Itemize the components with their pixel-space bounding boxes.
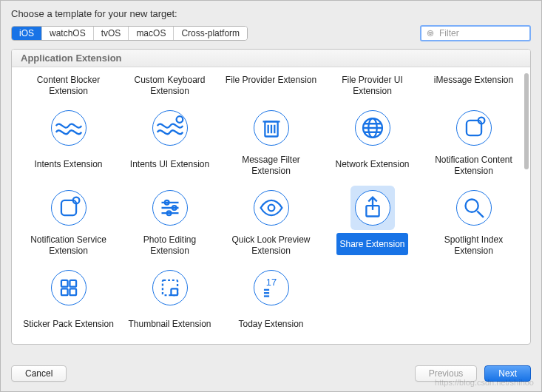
template-custom-keyboard-extension[interactable]: Custom Keyboard Extension [119, 72, 220, 100]
template-icon-wrap [47, 106, 91, 150]
template-icon-wrap [249, 186, 294, 230]
template-grid: Content Blocker ExtensionCustom Keyboard… [12, 67, 530, 344]
template-message-filter-extension[interactable]: Message Filter Extension [220, 104, 322, 180]
template-quick-look-preview-extension[interactable]: Quick Look Preview Extension [220, 184, 322, 260]
svg-rect-30 [61, 280, 67, 287]
trash-icon [254, 110, 289, 146]
svg-rect-34 [162, 280, 177, 295]
template-label: Network Extension [332, 153, 412, 175]
template-share-extension[interactable]: Share Extension [322, 184, 423, 260]
scrollbar-thumb[interactable] [524, 73, 529, 169]
template-label: Content Blocker Extension [19, 73, 118, 98]
filter-placeholder: Filter [439, 28, 459, 38]
platform-tab-ios[interactable]: iOS [12, 27, 42, 40]
template-intents-ui-extension[interactable]: Intents UI Extension [119, 104, 220, 180]
platform-tab-watchos[interactable]: watchOS [42, 27, 94, 40]
platform-tab-crossplatform[interactable]: Cross-platform [174, 27, 247, 40]
svg-rect-33 [70, 288, 76, 295]
template-file-provider-ui-extension[interactable]: File Provider UI Extension [322, 72, 423, 100]
template-label: Today Extension [235, 313, 306, 335]
template-icon-wrap: 17 [249, 266, 294, 310]
template-photo-editing-extension[interactable]: Photo Editing Extension [119, 184, 220, 260]
template-label: Message Filter Extension [222, 153, 320, 178]
template-label: Notification Content Extension [424, 153, 523, 178]
calendar17-icon: 17 [254, 270, 289, 305]
template-intents-extension[interactable]: Intents Extension [18, 104, 119, 180]
svg-rect-31 [70, 280, 76, 287]
svg-line-29 [477, 211, 484, 217]
template-icon-wrap [47, 266, 91, 310]
previous-button: Previous [415, 365, 478, 382]
waves-icon [51, 110, 87, 146]
template-icon-wrap [452, 186, 496, 230]
template-file-provider-extension[interactable]: File Provider Extension [220, 72, 322, 100]
filter-icon [426, 29, 435, 38]
template-sticker-pack-extension[interactable]: Sticker Pack Extension [18, 264, 119, 337]
template-notification-service-extension[interactable]: Notification Service Extension [18, 184, 119, 260]
template-label: Thumbnail Extension [125, 313, 214, 335]
template-imessage-extension[interactable]: iMessage Extension [423, 72, 524, 100]
waves-badge-icon [152, 110, 188, 146]
template-label: iMessage Extension [431, 73, 516, 87]
template-label: Sticker Pack Extension [20, 313, 117, 335]
svg-text:17: 17 [265, 277, 276, 288]
template-label: Spotlight Index Extension [424, 233, 523, 258]
template-chooser-sheet: Choose a template for your new target: i… [0, 0, 542, 392]
template-content-blocker-extension[interactable]: Content Blocker Extension [18, 72, 119, 100]
template-icon-wrap [148, 106, 192, 150]
thumb-icon [152, 270, 188, 305]
template-icon-wrap [249, 106, 294, 150]
template-label: Intents Extension [31, 153, 105, 175]
svg-point-4 [176, 116, 183, 123]
platform-tab-tvos[interactable]: tvOS [94, 27, 129, 40]
template-label: Quick Look Preview Extension [222, 233, 320, 258]
square-badge-icon [456, 110, 492, 146]
template-spotlight-index-extension[interactable]: Spotlight Index Extension [423, 184, 524, 260]
eye-icon [254, 190, 289, 226]
section-header: Application Extension [12, 50, 530, 67]
template-label: Notification Service Extension [19, 233, 118, 258]
template-thumbnail-extension[interactable]: Thumbnail Extension [119, 264, 220, 337]
template-notification-content-extension[interactable]: Notification Content Extension [423, 104, 524, 180]
template-icon-wrap [350, 106, 395, 150]
template-icon-wrap [148, 186, 192, 230]
template-label: Share Extension [336, 233, 407, 255]
sheet-title: Choose a template for your new target: [1, 1, 541, 19]
footer-bar: Cancel Previous Next [1, 356, 541, 391]
template-label: File Provider Extension [223, 73, 319, 87]
template-label: Custom Keyboard Extension [121, 73, 219, 98]
template-label: File Provider UI Extension [323, 73, 421, 98]
template-icon-wrap [47, 186, 91, 230]
share-icon [355, 190, 390, 226]
platform-segmented-control: iOSwatchOStvOSmacOSCross-platform [11, 26, 248, 41]
template-today-extension[interactable]: 17Today Extension [220, 264, 322, 337]
square-badge-icon [51, 190, 87, 226]
template-icon-wrap [350, 186, 395, 230]
template-list-box: Application Extension Content Blocker Ex… [11, 49, 531, 345]
next-button[interactable]: Next [484, 365, 531, 382]
sliders-icon [152, 190, 188, 226]
top-bar: iOSwatchOStvOSmacOSCross-platform Filter [1, 19, 541, 49]
svg-rect-35 [171, 288, 177, 295]
template-icon-wrap [452, 106, 496, 150]
template-icon-wrap [148, 266, 192, 310]
filter-field[interactable]: Filter [420, 25, 531, 41]
grid4-icon [51, 270, 87, 305]
platform-tab-macos[interactable]: macOS [129, 27, 174, 40]
svg-rect-32 [61, 288, 67, 295]
search-icon [456, 190, 492, 226]
template-label: Intents UI Extension [127, 153, 212, 175]
cancel-button[interactable]: Cancel [11, 365, 67, 382]
svg-point-25 [268, 205, 274, 212]
svg-point-28 [465, 200, 478, 212]
template-network-extension[interactable]: Network Extension [322, 104, 423, 180]
globe-icon [355, 110, 390, 146]
template-label: Photo Editing Extension [121, 233, 219, 258]
template-scroll-area[interactable]: Content Blocker ExtensionCustom Keyboard… [12, 67, 530, 344]
